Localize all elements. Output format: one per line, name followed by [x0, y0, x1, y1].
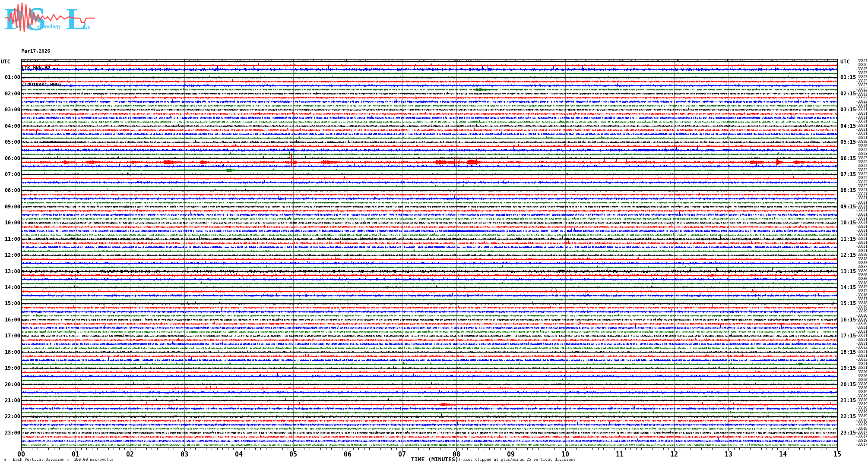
hour-label-left: 10:00	[1, 220, 20, 226]
trace-offset-value: -33821	[848, 213, 867, 217]
hour-label-left: 19:00	[1, 365, 20, 371]
trace-offset-value: -33820	[848, 253, 867, 257]
hour-label-left: 13:00	[1, 268, 20, 274]
minute-tick-label: 14	[774, 450, 792, 458]
trace-offset-value: -33821	[848, 366, 867, 370]
minute-tick-label: 11	[611, 450, 628, 458]
trace-offset-value: -33822	[848, 176, 867, 180]
hour-label-left: 12:00	[1, 252, 20, 258]
trace-offset-value: -33823	[848, 83, 867, 87]
trace-offset-value: -33821	[848, 107, 867, 111]
trace-offset-value: -33822	[848, 148, 867, 152]
trace-offset-value: -33822	[848, 91, 867, 95]
trace-offset-value: -33826	[848, 63, 867, 67]
trace-offset-value: -33821	[848, 128, 867, 132]
trace-offset-value: -33820	[848, 321, 867, 325]
hour-label-left: 01:00	[1, 74, 20, 80]
trace-offset-value: -33821	[848, 350, 867, 354]
trace-offset-value: -33821	[848, 124, 867, 128]
hour-label-left: 02:00	[1, 91, 20, 97]
hour-label-left: 05:00	[1, 139, 20, 145]
header-block: Mar17,2026 LTK HNN HP -- (LOUTRAKI-HNN)	[22, 37, 62, 99]
trace-offset-value: -33821	[848, 249, 867, 253]
trace-offset-value: -33821	[848, 326, 867, 330]
trace-offset-value: -33889	[848, 269, 867, 273]
trace-offset-value: -33830	[848, 277, 867, 281]
helicorder-plot	[0, 0, 868, 466]
trace-offset-value: -33833	[848, 261, 867, 265]
trace-offset-value: -33819	[848, 410, 867, 414]
minute-tick-label: 02	[121, 450, 139, 458]
trace-offset-value: -33821	[848, 132, 867, 135]
trace-offset-value: -33818	[848, 439, 867, 443]
trace-offset-value: -33818	[848, 281, 867, 285]
trace-offset-value: -33821	[848, 136, 867, 140]
trace-offset-value: -33821	[848, 201, 867, 205]
trace-offset-value: -33821	[848, 188, 867, 192]
trace-offset-value: -33860	[848, 273, 867, 277]
header-date: Mar17,2026	[22, 48, 62, 54]
trace-offset-value: -33821	[848, 330, 867, 334]
hour-label-left: 11:00	[1, 236, 20, 242]
trace-offset-value: -33818	[848, 427, 867, 431]
hour-label-left: 06:00	[1, 155, 20, 161]
trace-offset-value: -33822	[848, 172, 867, 176]
minute-tick-label: 03	[176, 450, 193, 458]
hour-label-left: 15:00	[1, 300, 20, 306]
trace-offset-value: -33823	[848, 75, 867, 79]
trace-offset-value: -33819	[848, 394, 867, 398]
trace-offset-value: -33820	[848, 144, 867, 148]
trace-offset-value: -33821	[848, 225, 867, 229]
trace-offset-value: -33820	[848, 382, 867, 386]
header-station-line: LTK HNN HP --	[22, 65, 62, 71]
hour-label-left: 09:00	[1, 204, 20, 210]
trace-offset-value: -33816	[848, 293, 867, 297]
trace-offset-value: -33822	[848, 346, 867, 350]
clip-note: Traces clipped at plus/minus 25 vertical…	[459, 457, 576, 462]
minute-tick-label: 07	[393, 450, 411, 458]
hour-label-left: 14:00	[1, 284, 20, 290]
trace-offset-value: -33821	[848, 196, 867, 200]
hour-label-left: 04:00	[1, 123, 20, 129]
trace-offset-value: -33822	[848, 160, 867, 164]
psl-logo: P atras S eismology L ab	[3, 1, 111, 35]
trace-offset-value: -33821	[848, 112, 867, 116]
hour-label-left: 07:00	[1, 171, 20, 177]
trace-offset-value: -33821	[848, 237, 867, 241]
trace-offset-value: -33822	[848, 168, 867, 172]
trace-offset-value: -33817	[848, 297, 867, 301]
trace-offset-value: -33821	[848, 354, 867, 358]
trace-offset-value: -33821	[848, 208, 867, 212]
trace-offset-value: -33820	[848, 398, 867, 402]
hour-label-left: 22:00	[1, 413, 20, 419]
logo-word-atras: atras	[16, 23, 28, 29]
trace-offset-value: -33823	[848, 156, 867, 160]
minute-tick-label: 06	[339, 450, 356, 458]
hour-label-left: 23:00	[1, 430, 20, 436]
minute-tick-label: 15	[829, 450, 846, 458]
trace-offset-value: -33821	[848, 362, 867, 366]
trace-offset-value: -33820	[848, 386, 867, 390]
trace-offset-value: -33821	[848, 229, 867, 233]
trace-offset-value: -33821	[848, 217, 867, 220]
trace-offset-value: -33818	[848, 301, 867, 305]
trace-offset-value: -33821	[848, 220, 867, 224]
trace-offset-value: -33818	[848, 419, 867, 422]
footer-mark: M	[4, 459, 6, 462]
trace-offset-value: -33821	[848, 104, 867, 107]
trace-offset-value: -33822	[848, 100, 867, 104]
trace-offset-value: -33823	[848, 79, 867, 83]
hour-label-left: 03:00	[1, 107, 20, 113]
trace-offset-value: -33821	[848, 338, 867, 342]
trace-offset-value: -33821	[848, 116, 867, 120]
minute-tick-label: 04	[230, 450, 247, 458]
vertical-scale-note: Each Vertical Division = 100.00 microvol…	[13, 457, 114, 462]
hour-label-left: 20:00	[1, 381, 20, 387]
trace-offset-value: -33822	[848, 180, 867, 184]
hour-label-left: 18:00	[1, 349, 20, 355]
trace-offset-value: -33819	[848, 422, 867, 426]
trace-offset-value: -33821	[848, 205, 867, 208]
trace-offset-value: -33822	[848, 95, 867, 99]
minute-tick-label: 05	[285, 450, 302, 458]
utc-label-left: UTC	[1, 59, 10, 65]
